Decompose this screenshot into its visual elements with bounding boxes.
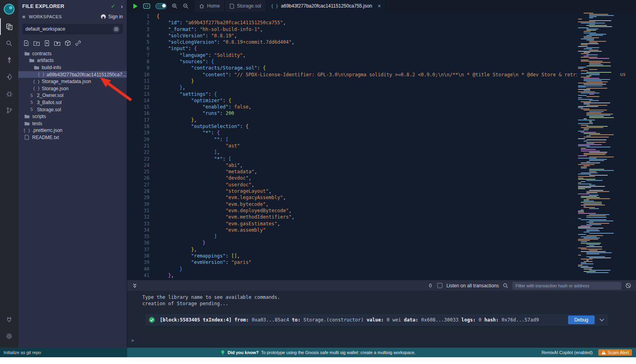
git-init-label: Initialize as git repo	[4, 350, 41, 355]
preview-toggle[interactable]	[155, 3, 167, 9]
tab-a69b43f277ba20fcac141151250ca755-json[interactable]: { }a69b43f277ba20fcac141151250ca755.json…	[266, 0, 386, 12]
line-number: 16	[127, 110, 149, 116]
transaction-count: 0	[429, 283, 432, 288]
tree-item-artifacts[interactable]: artifacts	[18, 57, 127, 64]
tree-item-a69b43f277ba20fcac141151250ca7[interactable]: { }a69b43f277ba20fcac141151250ca7...	[18, 71, 127, 78]
zoom-in-button[interactable]	[172, 3, 178, 9]
tree-item-label: contracts	[32, 51, 52, 56]
plug-icon	[6, 316, 12, 323]
sidebar-item-search[interactable]	[0, 35, 18, 52]
terminal-prompt[interactable]: >	[131, 338, 636, 343]
sidebar-item-solidity-compiler[interactable]	[0, 52, 18, 68]
upload-folder-button[interactable]	[54, 40, 60, 46]
code-line: 30 "evm.bytecode",	[127, 201, 577, 207]
line-number: 18	[127, 123, 149, 130]
run-script-button[interactable]	[133, 3, 138, 9]
line-number: 37	[127, 246, 149, 253]
debug-button[interactable]: Debug	[568, 316, 595, 324]
code-line: 35 ]	[127, 233, 577, 240]
tree-item-label: .prettierrc.json	[32, 128, 62, 133]
listen-checkbox[interactable]	[437, 283, 442, 288]
hamburger-icon[interactable]: ≡	[22, 14, 25, 20]
terminal-body[interactable]: Type the library name to see available c…	[127, 291, 636, 348]
zoom-in-icon	[172, 3, 178, 9]
solidity-compiler-icon	[6, 56, 12, 64]
tree-item-3-ballot-sol[interactable]: S3_Ballot.sol	[18, 99, 127, 106]
code-line: 32 "evm.methodIdentifiers",	[127, 214, 577, 220]
tree-item-readme-txt[interactable]: README.txt	[18, 134, 127, 141]
folder-icon	[24, 114, 30, 119]
tab-home[interactable]: Home	[194, 0, 225, 12]
ipfs-box-button[interactable]	[65, 40, 71, 46]
link-button[interactable]	[75, 40, 81, 46]
close-icon[interactable]: ×	[378, 3, 381, 9]
code-line: 6 "input": {	[127, 45, 577, 52]
minimap[interactable]	[577, 13, 614, 279]
line-number: 5	[127, 39, 149, 45]
clear-console-icon[interactable]	[625, 283, 631, 288]
tree-item-storage-sol[interactable]: SStorage.sol	[18, 106, 127, 113]
line-number: 32	[127, 214, 149, 220]
sidebar-item-git[interactable]	[0, 102, 18, 118]
terminal-header: 0 Listen on all transactions	[127, 280, 636, 291]
tree-item-scripts[interactable]: scripts	[18, 113, 127, 120]
link-icon	[75, 40, 81, 46]
sol-icon: S	[29, 100, 35, 105]
chevron-right-icon[interactable]: ›	[121, 3, 123, 10]
remix-ide-window: FILE EXPLORER ✓ › ≡ WORKSPACES Sign in d…	[0, 0, 636, 357]
ai-assistant-button[interactable]	[143, 3, 150, 9]
clipped-text-fragment: us	[620, 72, 626, 77]
tree-item-storage-metadata-json[interactable]: { }Storage_metadata.json	[18, 78, 127, 85]
code-line: 8 "sources": {	[127, 58, 577, 65]
tab-storage-sol[interactable]: Storage.sol	[225, 0, 266, 12]
transaction-filter-input[interactable]	[512, 282, 621, 290]
remix-logo-icon	[3, 3, 15, 15]
new-file-button[interactable]	[23, 40, 29, 46]
line-number: 4	[127, 33, 149, 39]
code-line: 24 "abi",	[127, 162, 577, 168]
code-line: 9 "contracts/Storage.sol": {	[127, 65, 577, 71]
zoom-out-button[interactable]	[183, 3, 189, 9]
tab-bar: HomeStorage.sol{ }a69b43f277ba20fcac1411…	[127, 0, 636, 12]
editor[interactable]: 1{2 "id": "a69b43f277ba20fcac141151250ca…	[127, 12, 636, 280]
terminal: 0 Listen on all transactions Type the li…	[127, 280, 636, 348]
sidebar-item-settings[interactable]	[0, 328, 18, 345]
workspace-dropdown[interactable]: default_workspace	[22, 24, 123, 34]
expand-log-button[interactable]	[599, 318, 604, 321]
workspace-options-button[interactable]	[113, 26, 120, 33]
upload-file-button[interactable]	[44, 40, 50, 46]
sidebar-item-debugger[interactable]	[0, 85, 18, 102]
tree-item-prettierrc-json[interactable]: { }.prettierrc.json	[18, 127, 127, 134]
line-number: 33	[127, 221, 149, 227]
code-line: 27 "userdoc",	[127, 182, 577, 188]
tree-item-tests[interactable]: tests	[18, 120, 127, 127]
remix-logo[interactable]	[0, 0, 18, 18]
sign-in-button[interactable]: Sign in	[101, 14, 123, 19]
terminal-expand-button[interactable]	[132, 283, 138, 288]
warning-icon	[601, 350, 606, 354]
tree-item-build-info[interactable]: build-info	[18, 64, 127, 71]
line-number: 2	[127, 19, 149, 26]
terminal-log-line: creation of Storage pending...	[142, 300, 636, 307]
line-number: 15	[127, 104, 149, 110]
git-init-item[interactable]: Initialize as git repo	[0, 348, 127, 357]
code-line: 14 "optimizer": {	[127, 97, 577, 104]
scam-alert-badge[interactable]: Scam Alert	[598, 349, 632, 356]
sidebar-item-deploy-run[interactable]	[0, 68, 18, 85]
code-line: 16 "runs": 200	[127, 110, 577, 116]
code-line: 36 }	[127, 240, 577, 246]
check-icon[interactable]: ✓	[111, 3, 115, 9]
home-icon	[199, 4, 204, 9]
tree-item-contracts[interactable]: contracts	[18, 50, 127, 57]
tree-item-2-owner-sol[interactable]: S2_Owner.sol	[18, 92, 127, 99]
file-toolbar	[18, 37, 127, 49]
copilot-status[interactable]: RemixAI Copilot (enabled)	[541, 350, 592, 355]
sidebar-item-plugin-manager[interactable]	[0, 311, 18, 328]
sidebar-item-file-explorer[interactable]	[0, 18, 18, 35]
code-area[interactable]: 1{2 "id": "a69b43f277ba20fcac141151250ca…	[127, 13, 577, 279]
tree-item-storage-json[interactable]: { }Storage.json	[18, 85, 127, 92]
tree-item-label: 3_Ballot.sol	[37, 100, 62, 105]
tree-item-label: 2_Owner.sol	[37, 93, 64, 98]
transaction-row[interactable]: [block:5583405 txIndex:4] from: 0xa03...…	[145, 314, 608, 326]
new-folder-button[interactable]	[33, 40, 40, 46]
